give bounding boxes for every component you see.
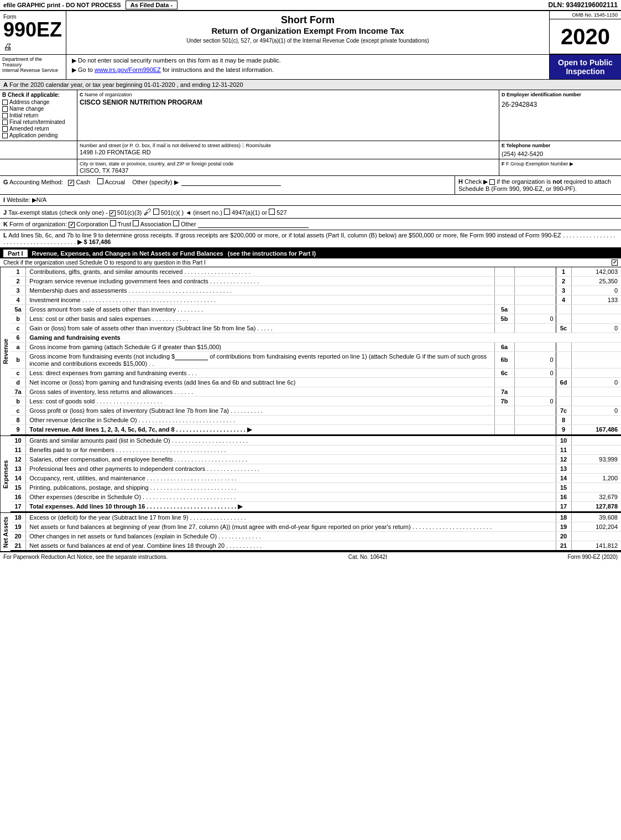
form-org-row: K Form of organization: ✓ Corporation Tr… — [0, 219, 621, 230]
spacer-b2 — [0, 159, 77, 175]
address-value: 1498 I-20 FRONTAGE RD — [80, 149, 497, 155]
table-row: 5a Gross amount from sale of assets othe… — [11, 304, 621, 314]
expenses-table: 10 Grants and similar amounts paid (list… — [11, 436, 621, 512]
table-row: 6 Gaming and fundraising events — [11, 333, 621, 342]
table-row: 9 Total revenue. Add lines 1, 2, 3, 4, 5… — [11, 424, 621, 435]
table-row: c Less: direct expenses from gaming and … — [11, 368, 621, 377]
return-title: Return of Organization Exempt From Incom… — [72, 26, 544, 35]
org-name-value: CISCO SENIOR NUTRITION PROGRAM — [80, 98, 497, 106]
paperwork-text: For Paperwork Reduction Act Notice, see … — [3, 554, 168, 560]
check-applicable-block: B Check if applicable: Address change Na… — [0, 90, 77, 141]
cat-no: Cat. No. 10642I — [348, 554, 387, 560]
revenue-table: 1 Contributions, gifts, grants, and simi… — [11, 267, 621, 435]
table-row: 12 Salaries, other compensation, and emp… — [11, 454, 621, 464]
table-row: 20 Other changes in net assets or fund b… — [11, 531, 621, 541]
table-row: 15 Printing, publications, postage, and … — [11, 483, 621, 492]
table-row: 8 Other revenue (describe in Schedule O)… — [11, 415, 621, 424]
under-section: Under section 501(c), 527, or 4947(a)(1)… — [72, 38, 544, 44]
ein-block: D Employer identification number 26-2942… — [499, 90, 621, 141]
table-row: 17 Total expenses. Add lines 10 through … — [11, 501, 621, 512]
table-row: d Net income or (loss) from gaming and f… — [11, 377, 621, 387]
form-name-block: Form 990EZ 🖨 — [0, 11, 66, 54]
part1-check-text: Check if the organization used Schedule … — [3, 260, 206, 266]
table-row: 7a Gross sales of inventory, less return… — [11, 387, 621, 396]
table-row: 3 Membership dues and assessments . . . … — [11, 286, 621, 295]
center-header: Short Form Return of Organization Exempt… — [66, 11, 549, 54]
part-label: Part I — [3, 250, 28, 257]
table-row: 14 Occupancy, rent, utilities, and maint… — [11, 473, 621, 483]
dln-label: DLN: 93492196002111 — [549, 1, 618, 9]
section-a: A For the 2020 calendar year, or tax yea… — [0, 80, 621, 90]
table-row: c Gain or (loss) from sale of assets oth… — [11, 323, 621, 333]
website-row: I Website: ▶N/A — [0, 195, 621, 206]
main-header: Form 990EZ 🖨 Short Form Return of Organi… — [0, 11, 621, 55]
instructions-center: ▶ Do not enter social security numbers o… — [66, 55, 549, 79]
do-not-enter: ▶ Do not enter social security numbers o… — [72, 57, 544, 64]
table-row: 11 Benefits paid to or for members . . .… — [11, 445, 621, 454]
netassets-section: Net Assets 18 Excess or (deficit) for th… — [0, 512, 621, 551]
table-row: 21 Net assets or fund balances at end of… — [11, 541, 621, 551]
top-bar: efile GRAPHIC print - DO NOT PROCESS As … — [0, 0, 621, 11]
part1-title: Revenue, Expenses, and Changes in Net As… — [32, 250, 223, 257]
dept-block: Department of the Treasury Internal Reve… — [0, 55, 66, 79]
form-number: 990EZ — [3, 20, 62, 40]
filed-label: As Filed Data - — [126, 2, 178, 8]
open-inspection-block: Open to Public Inspection — [549, 55, 621, 79]
short-form-title: Short Form — [72, 14, 544, 26]
right-header: OMB No. 1545-1150 2020 — [549, 11, 621, 54]
org-name-block: C Name of organization CISCO SENIOR NUTR… — [77, 90, 499, 141]
table-row: b Less: cost or other basis and sales ex… — [11, 314, 621, 323]
table-row: b Gross income from fundraising events (… — [11, 351, 621, 368]
table-row: a Gross income from gaming (attach Sched… — [11, 342, 621, 351]
year-block: 2020 — [550, 19, 621, 54]
table-row: 13 Professional fees and other payments … — [11, 464, 621, 473]
omb-block: OMB No. 1545-1150 — [550, 11, 621, 19]
table-row: b Less: cost of goods sold . . . . . . .… — [11, 396, 621, 406]
gh-row: G Accounting Method: ✓ Cash Accrual Othe… — [0, 176, 621, 195]
city-value: CISCO, TX 76437 — [80, 167, 497, 174]
address-block: Number and street (or P. O. box, if mail… — [77, 141, 499, 159]
org-info-row-2: Number and street (or P. O. box, if mail… — [0, 141, 621, 159]
part1-subtitle: (see the instructions for Part I) — [228, 250, 316, 257]
expenses-section: Expenses 10 Grants and similar amounts p… — [0, 435, 621, 512]
accounting-block: G Accounting Method: ✓ Cash Accrual Othe… — [0, 176, 455, 194]
table-row: c Gross profit or (loss) from sales of i… — [11, 406, 621, 415]
group-block: F F Group Exemption Number ▶ — [499, 159, 621, 175]
section-l-row: L Add lines 5b, 6c, and 7b to line 9 to … — [0, 230, 621, 248]
org-info-row-1: B Check if applicable: Address change Na… — [0, 90, 621, 141]
check-h-block: H Check ▶ if the organization is not req… — [455, 176, 621, 194]
city-block: City or town, state or province, country… — [77, 159, 499, 175]
spacer-b — [0, 141, 77, 159]
table-row: 18 Excess or (deficit) for the year (Sub… — [11, 513, 621, 522]
netassets-table: 18 Excess or (deficit) for the year (Sub… — [11, 513, 621, 551]
revenue-side-label: Revenue — [0, 267, 11, 435]
go-to: ▶ Go to www.irs.gov/Form990EZ for instru… — [72, 66, 544, 74]
table-row: 16 Other expenses (describe in Schedule … — [11, 492, 621, 501]
expenses-side-label: Expenses — [0, 436, 11, 512]
form-ref: Form 990-EZ (2020) — [567, 554, 618, 560]
graphic-label: efile GRAPHIC print - DO NOT PROCESS — [3, 2, 121, 8]
part1-check-row: Check if the organization used Schedule … — [0, 258, 621, 267]
instructions-row: Department of the Treasury Internal Reve… — [0, 55, 621, 80]
table-row: 4 Investment income . . . . . . . . . . … — [11, 295, 621, 304]
phone-value: (254) 442-5420 — [502, 151, 619, 157]
org-info-row-3: City or town, state or province, country… — [0, 159, 621, 176]
part1-header: Part I Revenue, Expenses, and Changes in… — [0, 248, 621, 258]
form-icon: 🖨 — [3, 42, 62, 52]
phone-block: E Telephone number (254) 442-5420 — [499, 141, 621, 159]
table-row: 19 Net assets or fund balances at beginn… — [11, 522, 621, 531]
table-row: 1 Contributions, gifts, grants, and simi… — [11, 267, 621, 277]
table-row: 10 Grants and similar amounts paid (list… — [11, 436, 621, 445]
footer: For Paperwork Reduction Act Notice, see … — [0, 551, 621, 562]
table-row: 2 Program service revenue including gove… — [11, 276, 621, 286]
tax-status-row: J Tax-exempt status (check only one) - ✓… — [0, 206, 621, 219]
ein-value: 26-2942843 — [502, 101, 619, 108]
revenue-section: Revenue 1 Contributions, gifts, grants, … — [0, 267, 621, 435]
netassets-side-label: Net Assets — [0, 513, 11, 551]
